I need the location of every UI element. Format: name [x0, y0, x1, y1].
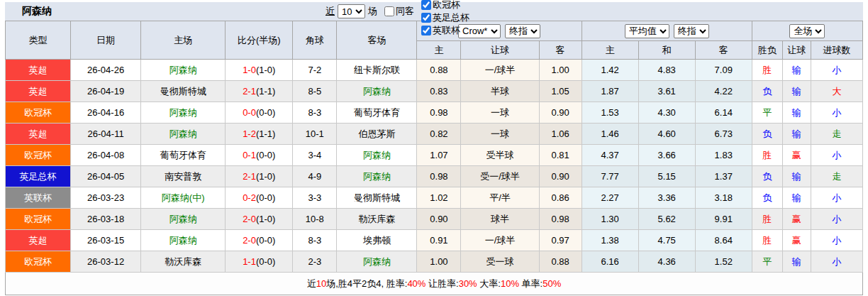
score-cell: 2-0(0-0) [226, 230, 293, 251]
euro-away-odds: 6.14 [695, 102, 752, 124]
euro-draw-odds: 4.60 [638, 124, 695, 145]
away-team-cell: 阿森纳 [337, 81, 417, 102]
table-row: 英超 26-04-11 阿森纳 1-2(1-1) 10-1 伯恩茅斯 0.82 … [6, 124, 863, 145]
table-row: 英超 26-04-19 曼彻斯特城 2-1(1-1) 8-5 阿森纳 0.83 … [6, 81, 863, 102]
halftime-score: (1-0) [256, 214, 275, 224]
summary-segment: 让胜率: [425, 278, 458, 289]
corner-cell: 10-8 [293, 209, 337, 230]
home-team-cell: 曼彻斯特城 [141, 81, 226, 102]
toolbar: 阿森纳 近 10 场 同客 英超欧冠杯英足总杯英联杯 [5, 2, 863, 21]
table-row: 欧冠杯 26-03-12 勒沃库森 1-1(0-0) 2-3 阿森纳 1.00 … [6, 251, 863, 273]
same-away-checkbox[interactable] [384, 6, 394, 16]
summary-segment: 10% [501, 278, 519, 289]
halftime-score: (0-0) [256, 256, 275, 267]
score-cell: 0-0(0-0) [226, 102, 293, 124]
handicap-result-cell: 输 [782, 251, 811, 273]
handicap-away-odds: 0.88 [539, 251, 582, 273]
result-cell: 胜 [752, 60, 782, 81]
halftime-score: (0-0) [256, 150, 275, 160]
table-row: 欧冠杯 26-04-16 阿森纳 0-0(0-0) 8-3 葡萄牙体育 0.98… [6, 102, 863, 124]
same-away-label: 同客 [396, 5, 414, 18]
euro-time-select[interactable]: 终指 [674, 24, 709, 38]
goals-result-cell: 走 [811, 166, 862, 187]
euro-draw-odds: 3.36 [638, 187, 695, 209]
corner-cell: 8-5 [293, 81, 337, 102]
euro-away-odds: 3.18 [695, 187, 752, 209]
corner-cell: 3-4 [293, 145, 337, 166]
away-team-cell: 阿森纳 [337, 166, 417, 187]
handicap-home-odds: 1.07 [417, 145, 461, 166]
league-type-cell: 欧冠杯 [6, 145, 71, 166]
handicap-home-odds: 0.83 [417, 81, 461, 102]
goals-result-cell: 小 [811, 102, 862, 124]
home-team-cell: 葡萄牙体育 [141, 145, 226, 166]
handicap-result-cell: 输 [782, 60, 811, 81]
summary-segment: 单率: [519, 278, 542, 289]
handicap-line: 球半 [461, 209, 539, 230]
corner-cell: 8-3 [293, 102, 337, 124]
match-date-cell: 26-04-05 [71, 166, 141, 187]
league-filter[interactable]: 欧冠杯 [417, 0, 469, 11]
handicap-home-odds: 0.82 [417, 124, 461, 145]
fulltime-score: 0-1 [243, 150, 256, 160]
col-header-eu-draw: 和 [638, 41, 695, 60]
euro-draw-odds: 3.61 [638, 81, 695, 102]
euro-away-odds: 7.09 [695, 60, 752, 81]
goals-result-cell: 小 [811, 209, 862, 230]
handicap-home-odds: 0.90 [417, 209, 461, 230]
table-row: 英超 26-04-26 阿森纳 1-0(1-0) 7-2 纽卡斯尔联 0.88 … [6, 60, 863, 81]
summary-segment: 30% [459, 278, 477, 289]
euro-draw-odds: 3.66 [638, 145, 695, 166]
league-filter-checkbox[interactable] [421, 13, 431, 23]
handicap-line: 受半球 [461, 145, 539, 166]
table-row: 英足总杯 26-04-05 南安普敦 2-1(1-0) 4-9 阿森纳 0.98… [6, 166, 863, 187]
handicap-time-select[interactable]: 终指 [505, 24, 540, 38]
fulltime-score: 2-1 [243, 86, 256, 97]
league-filter-checkbox[interactable] [421, 26, 431, 35]
halftime-score: (0-0) [256, 192, 275, 203]
home-team-cell: 阿森纳 [141, 124, 226, 145]
euro-draw-odds: 5.15 [638, 166, 695, 187]
home-team-cell: 阿森纳 [141, 209, 226, 230]
scope-select[interactable]: 全场 [789, 24, 825, 38]
score-cell: 1-2(1-1) [226, 124, 293, 145]
same-away-filter[interactable]: 同客 [380, 5, 414, 18]
handicap-away-odds: 1.05 [539, 81, 582, 102]
league-filter[interactable]: 英足总杯 [417, 11, 469, 24]
matches-label: 场 [368, 5, 377, 18]
handicap-away-odds: 0.81 [539, 145, 582, 166]
league-type-cell: 欧冠杯 [6, 209, 71, 230]
euro-home-odds: 1.87 [582, 81, 638, 102]
match-date-cell: 26-03-12 [71, 251, 141, 273]
euro-home-odds: 2.27 [582, 187, 638, 209]
league-type-cell: 英超 [6, 230, 71, 251]
away-team-cell: 勒沃库森 [337, 209, 417, 230]
table-row: 欧冠杯 26-04-08 葡萄牙体育 0-1(0-0) 3-4 阿森纳 1.07… [6, 145, 863, 166]
handicap-line: 受一球 [461, 251, 539, 273]
result-cell: 胜 [752, 230, 782, 251]
handicap-result-cell: 输 [782, 187, 811, 209]
euro-company-select[interactable]: 平均值 [625, 24, 669, 38]
score-cell: 1-0(1-0) [226, 60, 293, 81]
league-filter[interactable]: 英联杯 [417, 24, 469, 37]
team-title: 阿森纳 [22, 5, 52, 18]
handicap-home-odds: 1.00 [417, 251, 461, 273]
euro-away-odds: 6.73 [695, 124, 752, 145]
league-filter-label: 英联杯 [433, 24, 460, 37]
result-cell: 负 [752, 187, 782, 209]
home-team-cell: 阿森纳 [141, 102, 226, 124]
league-filter-checkbox[interactable] [421, 0, 431, 10]
result-cell: 负 [752, 124, 782, 145]
recent-link[interactable]: 近 [326, 5, 335, 18]
fulltime-score: 2-0 [243, 214, 256, 224]
recent-count-select[interactable]: 10 [338, 4, 365, 18]
goals-result-cell: 小 [811, 187, 862, 209]
euro-home-odds: 7.77 [582, 166, 638, 187]
col-header-score: 比分(半场) [226, 21, 293, 60]
col-header-ah-line: 让球 [461, 41, 539, 60]
euro-away-odds: 8.64 [695, 230, 752, 251]
summary-segment: 近 [307, 278, 316, 289]
euro-home-odds: 1.30 [582, 209, 638, 230]
goals-result-cell: 小 [811, 251, 862, 273]
col-header-date: 日期 [71, 21, 141, 60]
